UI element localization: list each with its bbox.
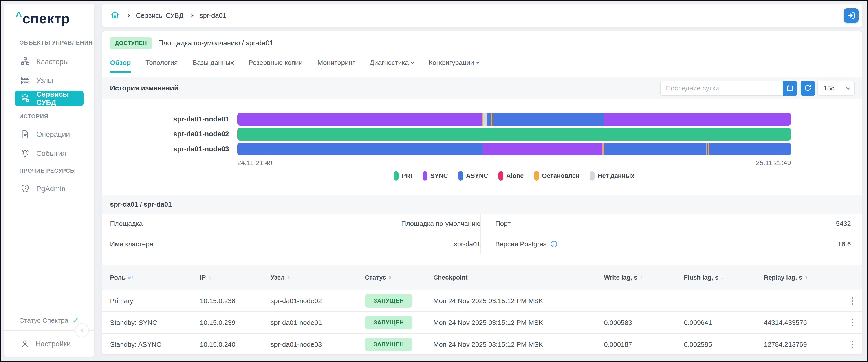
timeline-segment-Остановлен[interactable] — [491, 113, 492, 125]
sidebar-collapse-button[interactable] — [75, 323, 89, 337]
breadcrumb: Сервисы СУБД spr-da01 — [110, 10, 226, 21]
cell-replay-lag: 12784.213769 — [764, 341, 845, 348]
timeline-segment-ASYNC[interactable] — [709, 143, 791, 155]
legend-marker-icon — [590, 171, 594, 181]
logo-caret-icon: ^ — [16, 10, 22, 22]
timeline-segment-ASYNC[interactable] — [237, 143, 483, 155]
timeline-segment-ASYNC[interactable] — [487, 113, 491, 125]
col-role[interactable]: Роль — [110, 274, 200, 281]
legend-label: Остановлен — [542, 172, 580, 179]
legend-label: SYNC — [430, 172, 448, 179]
table-row: Standby: ASYNC 10.15.0.240 spr-da01-node… — [102, 334, 862, 354]
sidebar-item-label: Настройки — [35, 340, 71, 348]
tab-diagnostics[interactable]: Диагностика — [370, 59, 414, 73]
chevron-down-icon — [846, 85, 850, 90]
timeline-segment-SYNC[interactable] — [237, 113, 482, 125]
timeline-segment-SYNC[interactable] — [604, 113, 791, 125]
legend-item-Нет данных[interactable]: Нет данных — [590, 171, 634, 181]
refresh-icon — [804, 84, 812, 92]
refresh-interval-select[interactable]: 15с — [817, 81, 855, 96]
breadcrumb-item-services[interactable]: Сервисы СУБД — [136, 12, 183, 19]
row-menu-button[interactable] — [850, 296, 854, 306]
col-node[interactable]: Узел↑↓ — [271, 274, 365, 281]
timeline-segment-Остановлен[interactable] — [602, 143, 604, 155]
col-checkpoint[interactable]: Checkpoint — [433, 274, 604, 281]
cell-node: spr-da01-node01 — [271, 319, 365, 327]
detail-label: Порт — [495, 220, 510, 228]
row-menu-button[interactable] — [850, 339, 854, 350]
servers-icon — [20, 76, 30, 85]
detail-row-pg-version: Версия Postgres 16.6 — [480, 234, 851, 254]
legend-item-Остановлен[interactable]: Остановлен — [534, 171, 580, 181]
col-write-lag[interactable]: Write lag, s↑↓ — [604, 274, 684, 281]
axis-end-label: 25.11 21:49 — [756, 159, 791, 167]
logout-button[interactable] — [844, 8, 859, 23]
timeline-row: spr-da01-node02 — [102, 128, 862, 141]
page-title: Площадка по-умолчанию / spr-da01 — [158, 39, 273, 47]
sidebar-item-nodes[interactable]: Узлы — [4, 74, 94, 87]
sidebar-section-objects: ОБЪЕКТЫ УПРАВЛЕНИЯ — [19, 39, 93, 46]
details-grid: Площадка Площадка по-умолчанию Порт 5432… — [110, 214, 851, 254]
timeline-row-label: spr-da01-node01 — [110, 115, 229, 123]
info-icon[interactable] — [550, 240, 558, 248]
home-icon[interactable] — [110, 10, 120, 21]
sidebar-item-operations[interactable]: Операции — [4, 127, 94, 141]
status-badge-running: ЗАПУЩЕН — [365, 316, 412, 329]
timeline-segment-Нет данных[interactable] — [483, 113, 487, 125]
timeline-bar — [237, 143, 791, 155]
sidebar-item-label: Узлы — [36, 77, 53, 85]
timeline-segment-SYNC[interactable] — [483, 143, 602, 155]
detail-label: Имя кластера — [110, 240, 153, 248]
date-range-input[interactable] — [660, 81, 783, 96]
app-logo[interactable]: ^спектр — [4, 4, 94, 32]
cell-flush-lag: 0.009641 — [684, 319, 764, 327]
legend-item-Alone[interactable]: Alone — [498, 171, 524, 181]
sort-icon: ↑↓ — [388, 275, 391, 280]
service-status-row: ДОСТУПЕН Площадка по-умолчанию / spr-da0… — [110, 37, 273, 50]
col-ip[interactable]: IP↑↓ — [200, 274, 271, 281]
sidebar-item-clusters[interactable]: Кластеры — [4, 55, 94, 68]
tab-databases[interactable]: Базы данных — [193, 59, 234, 73]
cell-ip: 10.15.0.238 — [200, 297, 271, 305]
cell-replay-lag: 44314.433576 — [764, 319, 845, 327]
tab-monitoring[interactable]: Мониторинг — [317, 59, 355, 73]
legend-item-ASYNC[interactable]: ASYNC — [458, 171, 488, 181]
details-title: spr-da01 / spr-da01 — [110, 201, 172, 208]
cell-checkpoint: Mon 24 Nov 2025 03:15:12 PM MSK — [433, 341, 604, 348]
calendar-button[interactable] — [783, 81, 797, 96]
detail-value: Площадка по-умолчанию — [401, 220, 480, 228]
cell-role: Standby: ASYNC — [110, 341, 200, 348]
timeline-segment-ASYNC[interactable] — [492, 113, 604, 125]
cell-role: Standby: SYNC — [110, 319, 200, 327]
refresh-button[interactable] — [801, 81, 815, 96]
sidebar-item-events[interactable]: События — [4, 147, 94, 160]
breadcrumb-chevron-icon — [126, 14, 130, 18]
timeline-row-label: spr-da01-node03 — [110, 145, 229, 153]
tab-topology[interactable]: Топология — [146, 59, 178, 73]
login-arrow-icon — [847, 11, 856, 20]
tab-configurations[interactable]: Конфигурации — [429, 59, 479, 73]
legend-item-PRI[interactable]: PRI — [394, 171, 412, 181]
legend-marker-icon — [498, 171, 503, 181]
breadcrumb-bar: Сервисы СУБД spr-da01 — [102, 4, 862, 27]
tab-overview[interactable]: Обзор — [110, 59, 131, 73]
timeline-segment-ASYNC[interactable] — [604, 143, 706, 155]
col-status[interactable]: Статус↑↓ — [365, 274, 433, 281]
legend-item-SYNC[interactable]: SYNC — [423, 171, 448, 181]
cell-checkpoint: Mon 24 Nov 2025 03:15:12 PM MSK — [433, 319, 604, 327]
col-flush-lag[interactable]: Flush lag, s↑↓ — [684, 274, 764, 281]
tab-backups[interactable]: Резервные копии — [249, 59, 303, 73]
row-menu-button[interactable] — [850, 318, 854, 328]
col-replay-lag[interactable]: Replay lag, s↑↓ — [764, 274, 845, 281]
timeline-bar — [237, 128, 791, 141]
history-panel-header: История изменений 15с — [102, 78, 862, 99]
sidebar-item-db-services[interactable]: Сервисы СУБД — [15, 91, 84, 106]
status-check-icon: ✓ — [72, 316, 79, 325]
timeline-segment-PRI[interactable] — [237, 128, 791, 141]
sidebar-item-pgadmin[interactable]: PgAdmin — [4, 182, 94, 195]
detail-row-cluster-name: Имя кластера spr-da01 — [110, 234, 480, 254]
cell-ip: 10.15.0.239 — [200, 319, 271, 327]
sidebar-item-label: Сервисы СУБД — [36, 90, 84, 107]
sidebar-item-settings[interactable]: Настройки — [4, 337, 94, 351]
timeline-row: spr-da01-node03 — [102, 143, 862, 155]
